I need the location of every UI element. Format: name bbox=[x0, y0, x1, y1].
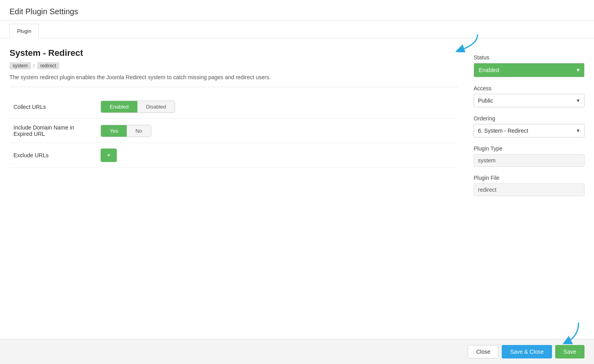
breadcrumb: system / redirect bbox=[10, 62, 458, 69]
access-label: Access bbox=[474, 85, 584, 91]
left-panel: System - Redirect system / redirect The … bbox=[10, 48, 458, 330]
toggle-no[interactable]: No bbox=[127, 125, 151, 137]
page-footer: Close Save & Close Save bbox=[0, 339, 594, 364]
ordering-select[interactable]: 6. System - Redirect bbox=[474, 124, 584, 137]
access-select[interactable]: Public Registered Special bbox=[474, 94, 584, 107]
tab-plugin[interactable]: Plugin bbox=[10, 24, 39, 38]
form-row-collect-urls: Collect URLs Enabled Disabled bbox=[10, 95, 458, 119]
plugin-title: System - Redirect bbox=[10, 48, 458, 58]
field-group-status: Status Enabled Disabled ▼ bbox=[474, 48, 584, 77]
form-table: Collect URLs Enabled Disabled Include Do… bbox=[10, 95, 458, 168]
field-group-ordering: Ordering 6. System - Redirect ▼ bbox=[474, 115, 584, 137]
status-label: Status bbox=[474, 54, 584, 61]
breadcrumb-redirect: redirect bbox=[37, 62, 59, 69]
page-title: Edit Plugin Settings bbox=[10, 7, 584, 16]
toggle-domain-name[interactable]: Yes No bbox=[101, 125, 151, 137]
form-row-exclude-urls: Exclude URLs + bbox=[10, 143, 458, 168]
toggle-disabled[interactable]: Disabled bbox=[137, 101, 175, 112]
arrow-status-icon bbox=[452, 32, 480, 52]
field-exclude-urls: + bbox=[97, 143, 458, 168]
close-button[interactable]: Close bbox=[468, 345, 499, 358]
breadcrumb-separator: / bbox=[33, 63, 35, 69]
field-group-plugin-file: Plugin File bbox=[474, 175, 584, 196]
field-group-plugin-type: Plugin Type bbox=[474, 145, 584, 167]
field-domain-name: Yes No bbox=[97, 119, 458, 143]
plugin-type-label: Plugin Type bbox=[474, 145, 584, 152]
page-wrapper: Edit Plugin Settings Plugin System - Red… bbox=[0, 0, 594, 364]
access-select-wrapper: Public Registered Special ▼ bbox=[474, 94, 584, 107]
label-exclude-urls: Exclude URLs bbox=[10, 143, 97, 168]
main-content: System - Redirect system / redirect The … bbox=[0, 38, 594, 339]
tabs-bar: Plugin bbox=[0, 21, 594, 38]
field-collect-urls: Enabled Disabled bbox=[97, 95, 458, 119]
label-collect-urls: Collect URLs bbox=[10, 95, 97, 119]
add-exclude-url-button[interactable]: + bbox=[101, 149, 117, 162]
ordering-select-wrapper: 6. System - Redirect ▼ bbox=[474, 124, 584, 137]
breadcrumb-system: system bbox=[10, 62, 31, 69]
plugin-type-field bbox=[474, 154, 584, 167]
arrow-save-close-icon bbox=[555, 320, 583, 344]
save-close-button[interactable]: Save & Close bbox=[502, 345, 552, 358]
toggle-collect-urls[interactable]: Enabled Disabled bbox=[101, 101, 175, 113]
toggle-enabled[interactable]: Enabled bbox=[101, 101, 137, 112]
save-button[interactable]: Save bbox=[555, 345, 584, 358]
plugin-description: The system redirect plugin enables the J… bbox=[10, 74, 458, 87]
right-panel: Status Enabled Disabled ▼ Access Public … bbox=[474, 48, 584, 330]
form-row-domain-name: Include Domain Name inExpired URL Yes No bbox=[10, 119, 458, 143]
status-select-wrapper: Enabled Disabled ▼ bbox=[474, 63, 584, 77]
page-header: Edit Plugin Settings bbox=[0, 0, 594, 21]
ordering-label: Ordering bbox=[474, 115, 584, 122]
status-select[interactable]: Enabled Disabled bbox=[474, 63, 584, 77]
field-group-access: Access Public Registered Special ▼ bbox=[474, 85, 584, 107]
toggle-yes[interactable]: Yes bbox=[101, 125, 127, 137]
plugin-file-label: Plugin File bbox=[474, 175, 584, 181]
label-domain-name: Include Domain Name inExpired URL bbox=[10, 119, 97, 143]
footer-arrow-wrapper: Close Save & Close Save bbox=[468, 345, 584, 358]
plugin-file-field bbox=[474, 183, 584, 196]
